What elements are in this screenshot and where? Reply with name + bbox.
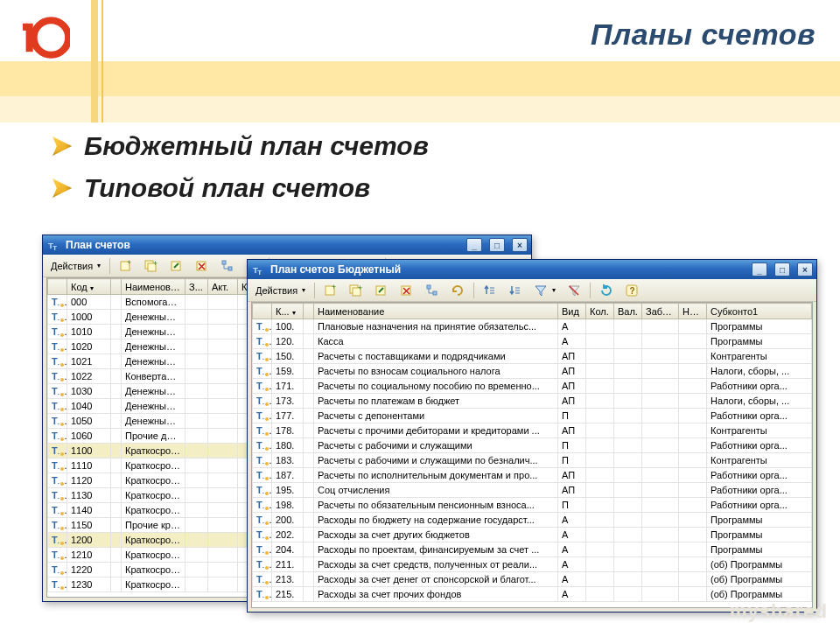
maximize-button[interactable]: □ <box>774 262 790 276</box>
hierarchy-toggle-button[interactable] <box>216 257 239 275</box>
account-row-icon: T. <box>256 410 269 421</box>
add-button[interactable]: + <box>115 257 137 275</box>
actions-menu-button[interactable]: Действия▾ <box>251 282 310 299</box>
account-row-icon: T. <box>52 341 64 352</box>
close-button[interactable]: × <box>797 262 813 276</box>
table-row[interactable]: T.198.Расчеты по обязательным пенсионным… <box>253 498 812 513</box>
column-header[interactable]: З... <box>186 279 208 295</box>
account-row-icon: T. <box>52 579 64 590</box>
bullet-text: Бюджетный план счетов <box>84 131 429 161</box>
add-group-button[interactable]: + <box>345 282 368 299</box>
table-row[interactable]: T.178.Расчеты с прочими дебиторами и кре… <box>253 424 812 438</box>
account-row-icon: T. <box>256 544 269 555</box>
close-button[interactable]: × <box>512 238 528 252</box>
separator <box>590 283 591 298</box>
table-row[interactable]: T.159.Расчеты по взносам социального нал… <box>253 364 812 379</box>
account-row-icon: T. <box>52 475 64 486</box>
account-row-icon: T. <box>256 589 269 599</box>
edit-button[interactable] <box>370 282 393 299</box>
column-header[interactable]: Субконто1 <box>707 304 812 319</box>
svg-text:+: + <box>332 284 336 291</box>
table-row[interactable]: T.150.Расчеты с поставщиками и подрядчик… <box>253 349 812 364</box>
delete-button[interactable] <box>396 282 418 299</box>
table-row[interactable]: T.120.КассаАПрограммы <box>253 334 812 349</box>
hierarchy-toggle-button[interactable] <box>421 282 444 299</box>
bullet-marker-icon <box>52 136 72 156</box>
table-row[interactable]: T.180.Расчеты с рабочими и служащимиПРаб… <box>253 438 812 453</box>
column-header[interactable]: К... ▾ <box>272 304 304 319</box>
svg-text:?: ? <box>630 286 635 296</box>
delete-button[interactable] <box>191 257 214 275</box>
table-row[interactable]: T.211.Расходы за счет средств, полученны… <box>253 557 812 572</box>
bullet-marker-icon <box>52 178 72 198</box>
add-group-button[interactable]: + <box>140 257 163 275</box>
account-row-icon: T. <box>52 371 64 382</box>
account-row-icon: T. <box>52 564 64 575</box>
actions-menu-button[interactable]: Действия▾ <box>46 257 105 275</box>
svg-text:+: + <box>358 284 362 292</box>
table-row[interactable]: T.171.Расчеты по социальному пособию по … <box>253 379 812 394</box>
column-header[interactable]: Кол. <box>586 304 614 319</box>
budget-accounts-table[interactable]: К... ▾НаименованиеВидКол.Вал.Заба...Но..… <box>252 303 812 602</box>
table-row[interactable]: T.200.Расходы по бюджету на содержание г… <box>253 513 812 528</box>
account-row-icon: T. <box>256 559 269 570</box>
column-header[interactable] <box>111 279 122 295</box>
actions-label: Действия <box>51 261 93 271</box>
account-row-icon: T. <box>52 297 64 307</box>
table-row[interactable]: T.202.Расходы за счет других бюджетовАПр… <box>253 528 812 542</box>
table-row[interactable]: T.213.Расходы за счет денег от спонсорск… <box>253 572 812 587</box>
chevron-down-icon: ▾ <box>302 286 305 294</box>
bullet-list: Бюджетный план счетов Типовой план счето… <box>52 131 429 215</box>
svg-text:T: T <box>52 244 57 252</box>
table-row[interactable]: T.195.Соц отчисленияАПРаботники орга... <box>253 483 812 498</box>
logo-1c <box>16 7 77 68</box>
account-row-icon: T. <box>52 312 64 322</box>
maximize-button[interactable]: □ <box>489 238 505 252</box>
table-row[interactable]: T.215.Расходы за счет прочих фондовА(об)… <box>253 587 812 602</box>
column-header[interactable] <box>304 304 314 319</box>
table-row[interactable]: T.173.Расчеты по платежам в бюджетАПНало… <box>253 394 812 409</box>
help-button[interactable]: ? <box>620 282 643 299</box>
minimize-button[interactable]: _ <box>466 238 482 252</box>
refresh-button[interactable] <box>595 282 618 299</box>
add-button[interactable]: + <box>319 282 342 299</box>
svg-text:+: + <box>153 259 158 268</box>
account-row-icon: T. <box>256 574 269 584</box>
table-row[interactable]: T.100.Плановые назначения на принятие об… <box>253 319 812 334</box>
account-row-icon: T. <box>52 386 64 396</box>
column-header[interactable]: Вал. <box>614 304 642 319</box>
column-header[interactable]: Но... <box>679 304 707 319</box>
account-row-icon: T. <box>256 425 269 436</box>
column-header[interactable]: Вид <box>558 304 586 319</box>
table-row[interactable]: T.187.Расчеты по исполнительным документ… <box>253 468 812 483</box>
chevron-down-icon: ▾ <box>552 286 556 294</box>
bullet-item: Типовой план счетов <box>52 173 429 203</box>
column-header[interactable]: Наименование <box>122 279 186 295</box>
column-header[interactable] <box>253 304 272 319</box>
column-header[interactable]: Наименование <box>314 304 558 319</box>
sort-desc-button[interactable] <box>504 282 527 299</box>
filter-button[interactable]: ▾ <box>529 282 560 299</box>
chevron-down-icon: ▾ <box>97 262 101 270</box>
table-row[interactable]: T.204.Расходы по проектам, финансируемым… <box>253 542 812 557</box>
go-button[interactable] <box>446 282 469 299</box>
separator <box>109 258 110 274</box>
column-header[interactable]: Акт. <box>208 279 238 295</box>
account-row-icon: T. <box>52 490 64 500</box>
filter-off-button[interactable] <box>563 282 585 299</box>
account-row-icon: T. <box>256 381 269 391</box>
account-row-icon: T. <box>52 550 64 560</box>
titlebar[interactable]: TT План счетов _ □ × <box>43 235 531 255</box>
column-header[interactable] <box>48 279 67 295</box>
sort-asc-button[interactable] <box>479 282 501 299</box>
column-header[interactable]: Заба... <box>642 304 679 319</box>
column-header[interactable]: Код ▾ <box>67 279 111 295</box>
titlebar[interactable]: TT План счетов Бюджетный _ □ × <box>248 260 816 279</box>
minimize-button[interactable]: _ <box>752 262 767 276</box>
edit-button[interactable] <box>165 257 188 275</box>
window-plan-schetov-budget: TT План счетов Бюджетный _ □ × Действия▾… <box>247 259 817 612</box>
table-row[interactable]: T.183.Расчеты с рабочими и служащими по … <box>253 453 812 468</box>
table-row[interactable]: T.177.Расчеты с депонентамиПРаботники ор… <box>253 409 812 424</box>
account-row-icon: T. <box>52 401 64 411</box>
window-icon: TT <box>253 263 265 276</box>
